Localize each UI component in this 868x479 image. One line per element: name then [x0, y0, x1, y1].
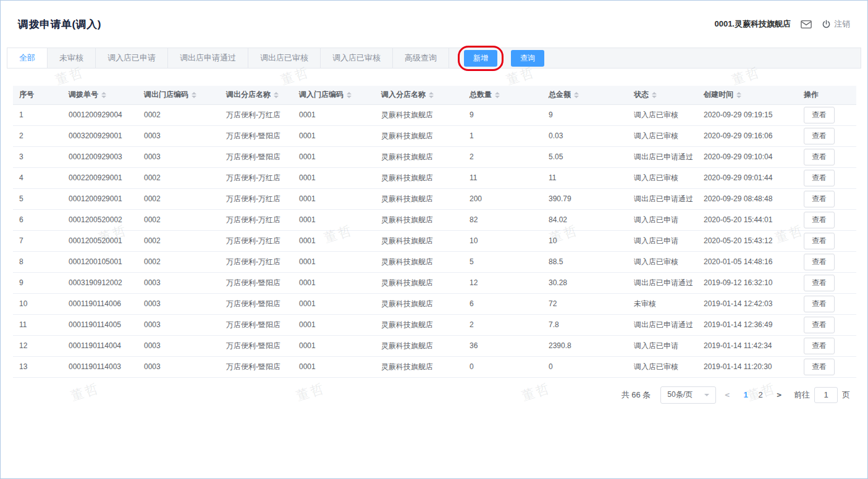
- tab-1[interactable]: 全部: [7, 48, 48, 68]
- message-envelope-icon[interactable]: [801, 20, 812, 29]
- cell-seq: 1: [13, 104, 62, 125]
- view-button[interactable]: 查看: [804, 233, 835, 249]
- tabs: 全部未审核调入店已申请调出店申请通过调出店已审核调入店已审核高级查询: [7, 48, 449, 68]
- sort-caret-icon[interactable]: [429, 92, 434, 98]
- tab-2[interactable]: 未审核: [48, 48, 96, 68]
- cell-qty: 82: [463, 209, 542, 230]
- view-button[interactable]: 查看: [804, 191, 835, 207]
- sort-caret-icon[interactable]: [274, 92, 279, 98]
- view-button[interactable]: 查看: [804, 128, 835, 144]
- table-row: 700012005200010002万店便利-万红店0001灵蕨科技旗舰店101…: [13, 230, 856, 251]
- view-button[interactable]: 查看: [804, 170, 835, 186]
- cell-amount: 10: [542, 230, 628, 251]
- table-row: 400022009290010002万店便利-万红店0001灵蕨科技旗舰店111…: [13, 167, 856, 188]
- cell-in_store: 灵蕨科技旗舰店: [375, 146, 463, 167]
- column-label: 操作: [804, 90, 819, 99]
- cell-in_code: 0001: [293, 314, 375, 335]
- cell-status: 调入店已申请: [628, 209, 697, 230]
- page-size-select[interactable]: 50条/页: [660, 386, 716, 404]
- sort-caret-icon[interactable]: [101, 92, 106, 98]
- column-header-2[interactable]: 调拨单号: [62, 86, 138, 104]
- cell-out_code: 0003: [138, 314, 220, 335]
- query-button[interactable]: 查询: [511, 50, 544, 67]
- cell-actions: 查看: [798, 146, 856, 167]
- view-button[interactable]: 查看: [804, 338, 835, 354]
- cell-created: 2020-09-29 08:48:48: [697, 188, 798, 209]
- cell-order_no: 0002200929001: [62, 167, 138, 188]
- view-button[interactable]: 查看: [804, 254, 835, 270]
- goto-label: 前往: [794, 389, 810, 401]
- cell-out_store: 万店便利-万红店: [220, 209, 293, 230]
- cell-out_code: 0003: [138, 293, 220, 314]
- next-page-button[interactable]: >: [773, 390, 785, 399]
- tab-7[interactable]: 高级查询: [393, 48, 449, 68]
- view-button[interactable]: 查看: [804, 149, 835, 165]
- page: 董哲董哲董哲董哲董哲董哲董哲董哲董哲董哲董哲董哲 调拨申请单(调入) 0001.…: [0, 0, 868, 479]
- column-header-9[interactable]: 状态: [628, 86, 697, 104]
- cell-created: 2019-01-14 12:42:03: [697, 293, 798, 314]
- column-label: 调出门店编码: [144, 90, 188, 99]
- cell-actions: 查看: [798, 356, 856, 377]
- view-button[interactable]: 查看: [804, 212, 835, 228]
- tab-3[interactable]: 调入店已申请: [96, 48, 168, 68]
- column-header-10[interactable]: 创建时间: [697, 86, 798, 104]
- sort-caret-icon[interactable]: [574, 92, 579, 98]
- prev-page-button[interactable]: <: [721, 390, 733, 399]
- tab-5[interactable]: 调出店已审核: [248, 48, 321, 68]
- view-button[interactable]: 查看: [804, 359, 835, 375]
- cell-order_no: 0001190114006: [62, 293, 138, 314]
- cell-out_code: 0002: [138, 251, 220, 272]
- cell-order_no: 0001200105001: [62, 251, 138, 272]
- cell-status: 调入店已审核: [628, 104, 697, 125]
- table-row: 300012009290030003万店便利-暨阳店0001灵蕨科技旗舰店25.…: [13, 146, 856, 167]
- view-button[interactable]: 查看: [804, 317, 835, 333]
- cell-amount: 7.8: [542, 314, 628, 335]
- goto-page-input[interactable]: [814, 387, 838, 403]
- cell-created: 2020-09-29 09:01:44: [697, 167, 798, 188]
- tab-4[interactable]: 调出店申请通过: [168, 48, 248, 68]
- column-header-3[interactable]: 调出门店编码: [138, 86, 220, 104]
- cell-actions: 查看: [798, 335, 856, 356]
- add-button[interactable]: 新增: [464, 50, 497, 67]
- column-header-7[interactable]: 总数量: [463, 86, 542, 104]
- sort-caret-icon[interactable]: [652, 92, 657, 98]
- cell-created: 2020-09-29 09:10:04: [697, 146, 798, 167]
- table-row: 600012005200020002万店便利-万红店0001灵蕨科技旗舰店828…: [13, 209, 856, 230]
- cell-created: 2020-05-20 15:43:12: [697, 230, 798, 251]
- cell-amount: 2390.8: [542, 335, 628, 356]
- cell-created: 2020-05-20 15:44:01: [697, 209, 798, 230]
- cell-seq: 5: [13, 188, 62, 209]
- cell-created: 2019-01-14 11:42:34: [697, 335, 798, 356]
- sort-caret-icon[interactable]: [192, 92, 196, 98]
- cell-in_code: 0001: [293, 251, 375, 272]
- sort-caret-icon[interactable]: [347, 92, 352, 98]
- cell-out_store: 万店便利-暨阳店: [220, 356, 293, 377]
- view-button[interactable]: 查看: [804, 107, 835, 123]
- cell-out_store: 万店便利-万红店: [220, 104, 293, 125]
- cell-qty: 36: [463, 335, 542, 356]
- sort-caret-icon[interactable]: [736, 92, 741, 98]
- cell-order_no: 0001190114003: [62, 356, 138, 377]
- column-header-6[interactable]: 调入分店名称: [375, 86, 463, 104]
- cell-in_code: 0001: [293, 272, 375, 293]
- cell-status: 调入店已审核: [628, 251, 697, 272]
- cell-created: 2019-09-12 16:32:10: [697, 272, 798, 293]
- cell-order_no: 0001200929001: [62, 188, 138, 209]
- page-number-2[interactable]: 2: [753, 390, 768, 399]
- view-button[interactable]: 查看: [804, 275, 835, 291]
- cell-out_code: 0002: [138, 209, 220, 230]
- column-header-8[interactable]: 总金额: [542, 86, 628, 104]
- column-header-4[interactable]: 调出分店名称: [220, 86, 293, 104]
- power-icon: [822, 20, 831, 29]
- page-number-1[interactable]: 1: [738, 390, 753, 399]
- cell-in_store: 灵蕨科技旗舰店: [375, 272, 463, 293]
- cell-seq: 10: [13, 293, 62, 314]
- tab-6[interactable]: 调入店已审核: [321, 48, 393, 68]
- view-button[interactable]: 查看: [804, 296, 835, 312]
- logout-button[interactable]: 注销: [822, 19, 850, 30]
- cell-amount: 0.03: [542, 125, 628, 146]
- column-header-5[interactable]: 调入门店编码: [293, 86, 375, 104]
- cell-qty: 12: [463, 272, 542, 293]
- sort-caret-icon[interactable]: [495, 92, 500, 98]
- table-header-row: 序号调拨单号调出门店编码调出分店名称调入门店编码调入分店名称总数量总金额状态创建…: [13, 86, 856, 104]
